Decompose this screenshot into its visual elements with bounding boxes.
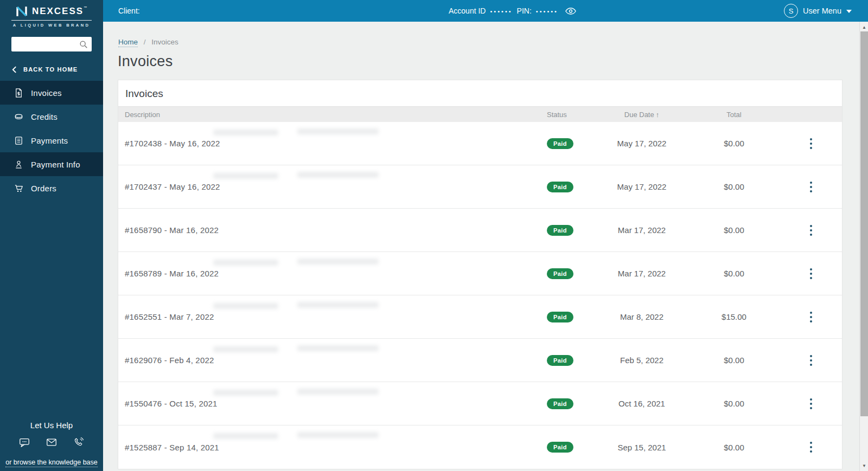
page-title: Invoices	[118, 53, 173, 70]
table-row[interactable]: #1652551 - Mar 7, 2022 Paid Mar 8, 2022 …	[118, 295, 842, 339]
pin-mask: ••••••	[536, 8, 558, 15]
phone-icon[interactable]	[73, 436, 85, 448]
invoices-card: Invoices Description Status Due Date↑ To…	[118, 80, 843, 469]
table-row[interactable]: #1629076 - Feb 4, 2022 Paid Feb 5, 2022 …	[118, 339, 842, 382]
search-input[interactable]	[11, 40, 79, 48]
chevron-left-icon	[12, 66, 17, 73]
table-row[interactable]: #1658790 - Mar 16, 2022 Paid Mar 17, 202…	[118, 209, 842, 252]
sidebar-search	[11, 37, 92, 51]
table-row[interactable]: #1550476 - Oct 15, 2021 Paid Oct 16, 202…	[118, 382, 842, 425]
row-actions-kebab-icon[interactable]	[805, 395, 818, 412]
row-actions-kebab-icon[interactable]	[805, 308, 818, 326]
breadcrumb: Home / Invoices	[118, 38, 178, 46]
chat-icon[interactable]	[18, 436, 30, 448]
invoice-due-date: Oct 16, 2021	[596, 399, 688, 408]
invoice-status-cell: Paid	[547, 182, 596, 192]
invoice-total: $0.00	[688, 356, 780, 365]
invoice-status-cell: Paid	[547, 442, 596, 453]
breadcrumb-separator: /	[144, 38, 146, 46]
invoice-due-date: May 17, 2022	[596, 182, 688, 191]
redacted-blur	[213, 433, 278, 439]
status-badge: Paid	[547, 398, 573, 409]
main-content: Home / Invoices Invoices Invoices Descri…	[103, 22, 859, 471]
row-actions-kebab-icon[interactable]	[805, 222, 818, 239]
status-badge: Paid	[547, 138, 573, 149]
topbar: Client: Account ID •••••• PIN: •••••• S …	[103, 0, 868, 22]
invoice-description: #1658789 - Mar 16, 2022	[118, 269, 547, 278]
row-actions-kebab-icon[interactable]	[805, 178, 818, 196]
table-row[interactable]: #1525887 - Sep 14, 2021 Paid Sep 15, 202…	[118, 425, 842, 469]
sidebar: NEXCESS™ A LIQUID WEB BRAND BACK TO HOME…	[0, 0, 103, 471]
search-icon[interactable]	[79, 40, 88, 49]
credits-icon	[14, 112, 24, 122]
breadcrumb-current: Invoices	[151, 38, 178, 46]
status-badge: Paid	[547, 312, 573, 322]
invoice-description: #1550476 - Oct 15, 2021	[118, 399, 547, 408]
mail-icon[interactable]	[46, 436, 58, 448]
knowledge-base-link[interactable]: or browse the knowledge base	[5, 459, 98, 467]
sidebar-item-invoices[interactable]: Invoices	[0, 81, 103, 105]
redacted-blur	[213, 260, 278, 266]
breadcrumb-home-link[interactable]: Home	[118, 38, 138, 47]
invoice-total: $0.00	[688, 182, 780, 191]
status-badge: Paid	[547, 268, 573, 279]
logo-divider	[11, 20, 92, 21]
table-header: Description Status Due Date↑ Total	[118, 106, 842, 122]
back-to-home-link[interactable]: BACK TO HOME	[0, 58, 103, 81]
row-actions-kebab-icon[interactable]	[805, 352, 818, 369]
scroll-down-arrow-icon[interactable]: ▼	[860, 461, 868, 470]
sidebar-item-payment-info[interactable]: Payment Info	[0, 152, 103, 176]
sidebar-item-payments[interactable]: Payments	[0, 128, 103, 152]
invoice-status-cell: Paid	[547, 398, 596, 409]
sidebar-item-orders[interactable]: Orders	[0, 176, 103, 200]
invoice-description: #1525887 - Sep 14, 2021	[118, 443, 547, 452]
scrollbar-thumb[interactable]	[860, 31, 868, 416]
status-badge: Paid	[547, 182, 573, 192]
invoice-description: #1702438 - May 16, 2022	[118, 139, 547, 148]
row-actions-kebab-icon[interactable]	[805, 265, 818, 282]
invoice-due-date: Sep 15, 2021	[596, 443, 688, 452]
help-block: Let Us Help or browse the knowledge base	[0, 421, 103, 467]
client-label: Client:	[118, 7, 140, 15]
invoice-icon	[14, 88, 24, 98]
table-row[interactable]: #1702438 - May 16, 2022 Paid May 17, 202…	[118, 122, 842, 165]
invoice-status-cell: Paid	[547, 225, 596, 236]
invoice-status-cell: Paid	[547, 268, 596, 279]
account-id-mask: ••••••	[490, 8, 512, 15]
row-actions-kebab-icon[interactable]	[805, 135, 818, 152]
column-header-total[interactable]: Total	[688, 111, 780, 119]
invoice-status-cell: Paid	[547, 138, 596, 149]
avatar: S	[784, 4, 798, 18]
column-header-description[interactable]: Description	[118, 111, 547, 119]
redacted-blur	[213, 346, 278, 352]
table-row[interactable]: #1658789 - Mar 16, 2022 Paid Mar 17, 202…	[118, 252, 842, 295]
redacted-blur	[297, 389, 379, 395]
invoice-description: #1658790 - Mar 16, 2022	[118, 225, 547, 235]
scroll-up-arrow-icon[interactable]: ▲	[860, 23, 868, 31]
table-row[interactable]: #1702437 - May 16, 2022 Paid May 17, 202…	[118, 165, 842, 209]
nexcess-logo[interactable]: NEXCESS™ A LIQUID WEB BRAND	[0, 0, 103, 28]
invoice-total: $0.00	[688, 139, 780, 148]
nexcess-n-icon	[15, 5, 28, 17]
status-badge: Paid	[547, 225, 573, 236]
orders-icon	[14, 183, 24, 193]
user-menu-label: User Menu	[803, 7, 841, 15]
pin-label: PIN:	[517, 7, 532, 15]
invoice-due-date: Feb 5, 2022	[596, 356, 688, 365]
brand-tagline: A LIQUID WEB BRAND	[0, 23, 103, 28]
invoice-description: #1652551 - Mar 7, 2022	[118, 312, 547, 321]
sidebar-item-credits[interactable]: Credits	[0, 105, 103, 128]
column-header-status[interactable]: Status	[547, 111, 596, 119]
redacted-blur	[297, 172, 379, 178]
user-menu[interactable]: S User Menu	[784, 0, 852, 22]
redacted-blur	[297, 259, 379, 264]
redacted-blur	[297, 345, 379, 351]
table-body: #1702438 - May 16, 2022 Paid May 17, 202…	[118, 122, 842, 469]
help-title: Let Us Help	[0, 421, 103, 430]
brand-name: NEXCESS™	[32, 6, 88, 17]
vertical-scrollbar[interactable]: ▲ ▼	[859, 22, 868, 471]
row-actions-kebab-icon[interactable]	[805, 438, 818, 456]
invoice-due-date: Mar 8, 2022	[596, 312, 688, 321]
eye-icon[interactable]	[565, 7, 577, 15]
column-header-due-date[interactable]: Due Date↑	[596, 111, 688, 119]
